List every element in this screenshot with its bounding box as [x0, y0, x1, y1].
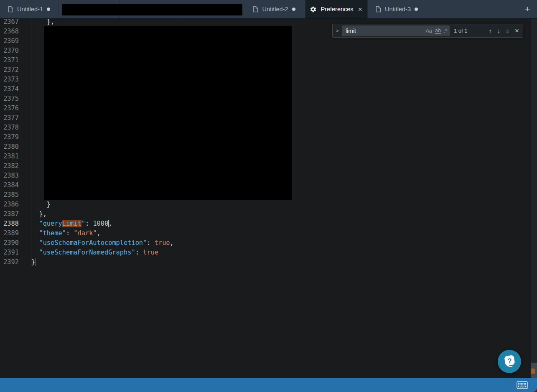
- help-chat-button[interactable]: ?: [498, 350, 521, 373]
- code-line[interactable]: "useSchemaForNamedGraphs": true: [0, 248, 530, 257]
- code-token: [31, 249, 39, 256]
- code-line[interactable]: "useSchemaForAutocompletion": true,: [0, 238, 530, 248]
- tab-untitled-1[interactable]: Untitled-1: [0, 0, 59, 18]
- code-token: [31, 229, 39, 237]
- previous-match-button[interactable]: ↑: [489, 28, 492, 34]
- app-window: 2367236823692370237123722373237423752376…: [0, 0, 537, 392]
- match-case-icon[interactable]: Aa: [425, 28, 432, 34]
- close-tab-icon[interactable]: ×: [357, 6, 363, 13]
- code-token: :: [85, 220, 93, 227]
- code-token: :: [135, 249, 143, 256]
- regex-icon[interactable]: .*: [444, 28, 447, 34]
- code-token: ,: [97, 229, 101, 237]
- next-match-button[interactable]: ↓: [497, 28, 501, 34]
- redacted-content: [44, 26, 292, 200]
- code-token: }: [31, 258, 35, 266]
- code-token: }: [31, 201, 51, 208]
- keyboard-icon: [517, 381, 528, 389]
- close-find-widget-button[interactable]: ×: [515, 27, 519, 34]
- overview-ruler: [531, 19, 537, 378]
- code-token: ": [81, 220, 85, 227]
- find-in-selection-icon[interactable]: ≡: [506, 28, 509, 34]
- tab-preferences[interactable]: Preferences ×: [305, 0, 368, 18]
- code-token: "useSchemaForAutocompletion": [39, 239, 147, 247]
- find-match-marker: [531, 369, 535, 374]
- code-line[interactable]: "theme": "dark",: [0, 229, 530, 238]
- find-input[interactable]: limit Aa ab .*: [342, 25, 450, 36]
- gear-icon: [310, 6, 317, 13]
- tab-untitled-2[interactable]: Untitled-2: [243, 0, 305, 18]
- document-icon: [376, 6, 381, 13]
- code-line[interactable]: },: [0, 209, 530, 219]
- code-token: :: [147, 239, 154, 247]
- tab-label: Untitled-3: [385, 6, 411, 13]
- whole-word-icon[interactable]: ab: [435, 28, 441, 34]
- keyboard-shortcuts-button[interactable]: [517, 381, 528, 389]
- code-token: [31, 239, 39, 247]
- tab-bar-empty-area: +: [426, 0, 537, 18]
- code-line[interactable]: }: [0, 257, 530, 267]
- code-token: "useSchemaForNamedGraphs": [39, 249, 135, 256]
- code-token: },: [31, 210, 47, 218]
- code-editor: 2367236823692370237123722373237423752376…: [0, 0, 537, 378]
- code-line[interactable]: "queryLimit": 1000,: [0, 219, 530, 229]
- find-widget: > limit Aa ab .* 1 of 1 ↑ ↓ ≡ ×: [332, 24, 523, 38]
- tab-untitled-3[interactable]: Untitled-3: [368, 0, 426, 18]
- tab-label: Untitled-1: [17, 6, 43, 13]
- code-token: "theme": [39, 229, 66, 237]
- chat-question-icon: ?: [502, 354, 517, 369]
- redacted-tabs: [62, 4, 242, 15]
- document-icon: [253, 6, 258, 13]
- code-token: ,: [170, 239, 174, 247]
- status-bar: [0, 378, 537, 392]
- code-token: "query: [39, 220, 62, 227]
- tab-label: Preferences: [321, 6, 353, 13]
- document-icon: [8, 6, 13, 13]
- find-results-count: 1 of 1: [454, 28, 468, 34]
- code-token: true: [155, 239, 170, 247]
- code-token: :: [66, 229, 74, 237]
- code-token: ,: [108, 220, 112, 227]
- modified-indicator: [47, 8, 50, 11]
- code-token: "dark": [74, 229, 97, 237]
- code-token: 1000: [93, 220, 108, 227]
- code-line[interactable]: }: [0, 200, 530, 209]
- modified-indicator: [292, 8, 295, 11]
- code-token: [31, 220, 39, 227]
- find-match-text: Limit: [62, 220, 81, 227]
- toggle-replace-chevron-icon[interactable]: >: [333, 28, 342, 34]
- new-tab-button[interactable]: +: [520, 2, 534, 16]
- tab-label: Untitled-2: [262, 6, 288, 13]
- modified-indicator: [415, 8, 418, 11]
- code-token: true: [143, 249, 158, 256]
- find-query-text: limit: [346, 28, 422, 34]
